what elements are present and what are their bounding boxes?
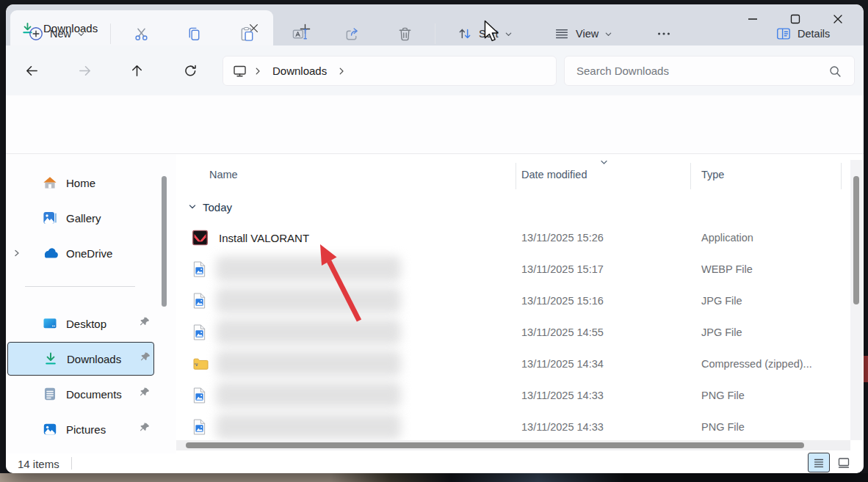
file-row-blurred[interactable]: 13/11/2025 14:33PNG File — [176, 379, 841, 411]
file-row-blurred[interactable]: 13/11/2025 15:16JPG File — [176, 285, 841, 316]
search-icon[interactable] — [828, 64, 842, 78]
horizontal-scrollbar-thumb[interactable] — [186, 442, 804, 448]
chevron-right-icon[interactable] — [253, 67, 262, 76]
column-header-type[interactable]: Type — [701, 169, 724, 180]
group-header-today[interactable]: Today — [176, 192, 232, 222]
chevron-down-icon — [77, 30, 85, 38]
chevron-right-icon[interactable] — [7, 249, 26, 258]
more-icon[interactable] — [646, 16, 681, 51]
sidebar-list: HomeGalleryOneDriveDesktopDownloadsDocum… — [7, 165, 162, 447]
column-header-name[interactable]: Name — [209, 169, 238, 180]
search-placeholder: Search Downloads — [576, 65, 828, 77]
sidebar-item-gallery[interactable]: Gallery — [7, 200, 154, 235]
group-label: Today — [203, 201, 232, 213]
zip-file-icon — [192, 357, 209, 370]
items-count: 14 items — [18, 457, 59, 470]
sidebar-scrollbar[interactable] — [162, 176, 167, 307]
plus-circle-icon — [28, 26, 44, 42]
file-row-install-valorant[interactable]: Install VALORANT13/11/2025 15:26Applicat… — [176, 222, 841, 253]
column-divider[interactable] — [841, 163, 842, 189]
onedrive-icon — [41, 247, 59, 259]
file-rows: Install VALORANT13/11/2025 15:26Applicat… — [176, 222, 841, 442]
sort-descending-icon — [599, 156, 609, 169]
column-divider[interactable] — [516, 163, 516, 189]
sort-label: Sort — [479, 28, 499, 40]
rename-icon[interactable] — [282, 16, 317, 51]
column-header-row: Name Date modified Type — [176, 160, 841, 189]
new-button[interactable]: New — [22, 21, 91, 46]
blurred-file-name — [216, 382, 401, 408]
blurred-file-name — [216, 351, 401, 376]
sidebar-item-home[interactable]: Home — [7, 165, 154, 200]
file-row-blurred[interactable]: 13/11/2025 14:34Compressed (zipped)... — [176, 348, 841, 379]
image-file-icon — [192, 260, 206, 277]
desktop-wallpaper-strip — [0, 473, 868, 482]
breadcrumb-downloads[interactable]: Downloads — [268, 65, 331, 77]
horizontal-scrollbar[interactable] — [176, 440, 850, 450]
sidebar-item-downloads[interactable]: Downloads — [7, 342, 154, 376]
sidebar-item-desktop[interactable]: Desktop — [7, 306, 154, 341]
file-list: Name Date modified Type Today — [176, 154, 864, 453]
blurred-file-name — [216, 319, 401, 345]
cut-icon[interactable] — [123, 16, 159, 51]
file-date-modified: 13/11/2025 15:26 — [521, 232, 604, 244]
view-icon — [554, 26, 570, 42]
file-row-blurred[interactable]: 13/11/2025 15:17WEBP File — [176, 253, 841, 285]
details-view-toggle[interactable] — [808, 453, 830, 472]
file-type: PNG File — [701, 390, 745, 401]
valorant-app-icon — [192, 230, 208, 245]
sidebar-item-label: Gallery — [66, 212, 154, 224]
screen: Downloads — [0, 0, 868, 482]
minimize-icon[interactable] — [731, 4, 774, 34]
file-type: Compressed (zipped)... — [701, 358, 812, 370]
file-name: Install VALORANT — [219, 231, 309, 244]
vertical-scrollbar-thumb[interactable] — [853, 176, 859, 304]
sidebar-item-documents[interactable]: Documents — [7, 376, 154, 412]
view-label: View — [576, 28, 598, 40]
file-row-blurred[interactable]: 13/11/2025 14:55JPG File — [176, 316, 841, 348]
toolbar-divider — [435, 23, 435, 44]
column-divider[interactable] — [690, 163, 691, 189]
file-date-modified: 13/11/2025 14:33 — [521, 421, 604, 433]
file-type: Application — [701, 232, 753, 244]
command-bar — [6, 95, 864, 154]
pictures-icon — [41, 422, 59, 437]
sidebar-item-pictures[interactable]: Pictures — [7, 412, 154, 447]
view-button[interactable]: View — [548, 21, 618, 46]
file-date-modified: 13/11/2025 15:16 — [521, 295, 604, 307]
pin-icon — [140, 423, 150, 436]
file-type: JPG File — [701, 295, 742, 307]
desktop-icon — [41, 316, 59, 331]
pin-icon — [140, 317, 150, 330]
status-bar: 14 items — [6, 453, 864, 473]
chevron-down-icon — [604, 30, 612, 38]
share-icon[interactable] — [334, 16, 369, 51]
delete-icon[interactable] — [387, 16, 422, 51]
chevron-down-icon[interactable] — [188, 202, 197, 211]
file-row-blurred[interactable]: 13/11/2025 14:33PNG File — [176, 411, 841, 442]
details-label: Details — [798, 28, 830, 40]
vertical-scrollbar[interactable] — [850, 160, 862, 440]
desktop-wallpaper-sliver — [864, 356, 868, 382]
chevron-right-icon[interactable] — [337, 67, 346, 76]
details-button[interactable]: Details — [770, 21, 836, 46]
file-date-modified: 13/11/2025 14:34 — [521, 358, 604, 370]
paste-icon[interactable] — [229, 16, 264, 51]
sort-button[interactable]: Sort — [451, 21, 518, 46]
documents-icon — [41, 387, 59, 401]
sort-icon — [457, 26, 473, 42]
file-date-modified: 13/11/2025 15:17 — [521, 263, 604, 275]
home-icon — [41, 175, 59, 190]
column-header-date[interactable]: Date modified — [521, 169, 587, 180]
sidebar-item-label: Home — [66, 177, 154, 189]
downloads-icon — [42, 351, 59, 366]
sidebar-divider — [25, 286, 135, 287]
sidebar-item-onedrive[interactable]: OneDrive — [7, 235, 154, 271]
gallery-icon — [41, 211, 59, 225]
thumbnails-view-toggle[interactable] — [833, 453, 855, 472]
sidebar: HomeGalleryOneDriveDesktopDownloadsDocum… — [6, 154, 176, 453]
new-label: New — [50, 28, 71, 40]
copy-icon[interactable] — [176, 16, 211, 51]
pin-icon — [140, 387, 150, 401]
chevron-down-icon — [504, 30, 513, 38]
